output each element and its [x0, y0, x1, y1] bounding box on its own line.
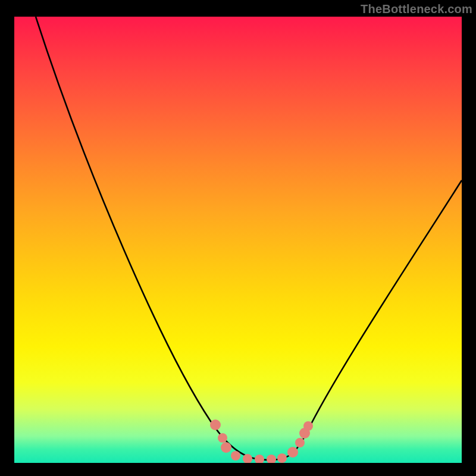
- chart-frame: TheBottleneck.com: [0, 0, 476, 476]
- svg-point-2: [221, 442, 231, 453]
- chart-plot-area: [14, 17, 462, 463]
- watermark-text: TheBottleneck.com: [361, 2, 472, 16]
- bottleneck-curve: [14, 17, 462, 463]
- svg-point-7: [277, 453, 287, 463]
- bead-cluster: [210, 419, 313, 463]
- curve-path: [36, 17, 462, 460]
- svg-point-0: [210, 419, 221, 430]
- svg-point-8: [287, 447, 298, 458]
- svg-point-3: [231, 451, 240, 461]
- svg-point-11: [303, 421, 313, 431]
- svg-point-6: [267, 455, 276, 463]
- svg-point-1: [218, 433, 227, 443]
- svg-point-5: [255, 455, 264, 463]
- svg-point-9: [295, 438, 305, 447]
